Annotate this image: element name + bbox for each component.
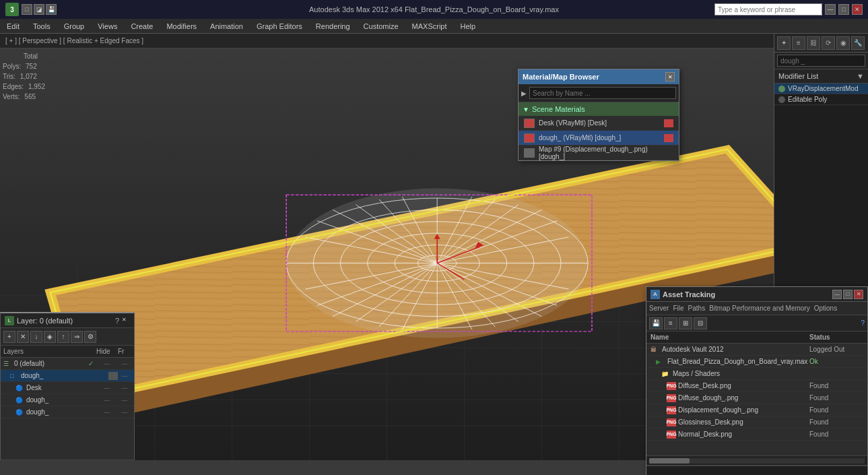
layers-column-header: Layers Hide Fr	[1, 346, 134, 358]
asset-status-0: Logged Out	[809, 346, 863, 353]
asset-status-3: Found	[809, 382, 863, 389]
material-scene-header[interactable]: ▼ Scene Materials	[519, 102, 679, 116]
menu-modifiers[interactable]: Modifiers	[160, 21, 203, 32]
minimize-button[interactable]: —	[825, 4, 836, 15]
hierarchy-panel-btn[interactable]: ⛓	[807, 36, 820, 50]
asset-row-0[interactable]: 🏛 Autodesk Vault 2012 Logged Out	[646, 344, 867, 356]
layer-row-4[interactable]: 🔵 dough_ — —	[1, 406, 134, 418]
menu-views[interactable]: Views	[91, 21, 124, 32]
asset-row-4[interactable]: PNG Diffuse_dough_.png Found	[646, 392, 867, 404]
asset-menu-bitmap[interactable]: Bitmap Performance and Memory	[709, 305, 810, 312]
modifier-dropdown-icon[interactable]: ▼	[857, 72, 864, 80]
layer-hide-1	[108, 372, 118, 380]
menu-group[interactable]: Group	[57, 21, 92, 32]
modify-panel-btn[interactable]: ≡	[792, 36, 805, 50]
close-button[interactable]: ✕	[852, 4, 863, 15]
maximize-button[interactable]: □	[838, 4, 849, 15]
right-panel-toolbar: ✦ ≡ ⛓ ⟳ ◉ 🔧	[774, 34, 868, 53]
display-panel-btn[interactable]: ◉	[836, 36, 850, 50]
layer-row-0[interactable]: ☰ 0 (default) ✓ — —	[1, 358, 134, 370]
layer-row-2[interactable]: 🔵 Desk — —	[1, 382, 134, 394]
menu-create[interactable]: Create	[124, 21, 160, 32]
quick-btn-new[interactable]: □	[22, 4, 32, 15]
asset-tracking-icon: A	[650, 290, 660, 299]
layer-icon-3: 🔵	[15, 397, 25, 404]
create-panel-btn[interactable]: ✦	[777, 36, 791, 50]
layers-horizontal-scrollbar[interactable]	[1, 460, 134, 460]
menu-tools[interactable]: Tools	[26, 21, 57, 32]
asset-path-input[interactable]	[646, 466, 867, 475]
asset-tracking-minimize[interactable]: —	[832, 290, 842, 299]
quick-btn-save[interactable]: 💾	[46, 4, 57, 15]
menu-edit[interactable]: Edit	[0, 21, 26, 32]
layer-row-1[interactable]: □ dough_ —	[1, 370, 134, 382]
layer-row-3[interactable]: 🔵 dough_ — —	[1, 394, 134, 406]
menu-customize[interactable]: Customize	[357, 21, 405, 32]
asset-horizontal-scrollbar[interactable]	[646, 455, 867, 465]
asset-scroll-thumb[interactable]	[649, 458, 690, 464]
layer-check-0: ✓	[86, 360, 96, 367]
asset-save-button[interactable]: 💾	[649, 317, 663, 329]
modifier-item-1[interactable]: Editable Poly	[774, 94, 868, 105]
layer-hide-4: —	[96, 409, 118, 416]
layer-icon-0: ☰	[3, 360, 13, 367]
mat-item-0[interactable]: Desk (VRayMtl) [Desk]	[519, 116, 679, 131]
modifier-item-0[interactable]: VRayDisplacementMod	[774, 84, 868, 94]
modifier-search-section	[774, 53, 868, 69]
asset-tracking-window-controls: — □ ✕	[832, 290, 863, 299]
layers-close-button[interactable]: ✕	[122, 317, 130, 325]
menu-help[interactable]: Help	[454, 21, 483, 32]
layers-help[interactable]: ?	[115, 317, 119, 325]
quick-btn-open[interactable]: ◪	[34, 4, 44, 15]
layers-new-button[interactable]: +	[3, 331, 15, 343]
asset-menu-file[interactable]: File	[673, 305, 683, 312]
layer-name-0: 0 (default)	[14, 360, 86, 367]
asset-row-6[interactable]: PNG Glossiness_Desk.png Found	[646, 416, 867, 429]
mat-item-1[interactable]: dough_ (VRayMtl) [dough_]	[519, 131, 679, 146]
motion-panel-btn[interactable]: ⟳	[822, 36, 835, 50]
asset-list-button[interactable]: ≡	[664, 317, 677, 329]
menu-graph-editors[interactable]: Graph Editors	[250, 21, 309, 32]
asset-menu-paths[interactable]: Paths	[688, 305, 706, 312]
utilities-panel-btn[interactable]: 🔧	[851, 36, 865, 50]
modifier-dot-0	[778, 86, 785, 92]
asset-tracking-close[interactable]: ✕	[854, 290, 863, 299]
asset-menu-options[interactable]: Options	[814, 305, 837, 312]
asset-status-5: Found	[809, 406, 863, 414]
mat-item-2[interactable]: Map #9 (Displacement_dough_.png) [dough_…	[519, 146, 679, 160]
menu-maxscript[interactable]: MAXScript	[405, 21, 454, 32]
title-search-input[interactable]	[714, 3, 822, 15]
stats-edges: Edges: 1,952	[3, 82, 45, 92]
layers-col-name: Layers	[3, 348, 96, 355]
mat-color-1	[524, 133, 535, 143]
layers-delete-button[interactable]: ✕	[17, 331, 29, 343]
asset-status-1: Ok	[809, 358, 863, 365]
layers-select-button[interactable]: ◈	[44, 331, 56, 343]
layers-header: L Layer: 0 (default) ? ✕	[1, 313, 134, 328]
stats-total: Total	[16, 51, 45, 61]
asset-grid-button[interactable]: ⊞	[679, 317, 692, 329]
asset-row-3[interactable]: PNG Diffuse_Desk.png Found	[646, 380, 867, 392]
layers-merge-button[interactable]: ⇒	[71, 331, 83, 343]
asset-list: 🏛 Autodesk Vault 2012 Logged Out ▶ Flat_…	[646, 344, 867, 455]
menu-animation[interactable]: Animation	[203, 21, 250, 32]
material-search-input[interactable]	[529, 87, 676, 99]
asset-tracking-maximize[interactable]: □	[843, 290, 853, 299]
asset-row-5[interactable]: PNG Displacement_dough_.png Found	[646, 404, 867, 416]
layer-name-1: dough_	[21, 372, 98, 379]
menu-rendering[interactable]: Rendering	[309, 21, 357, 32]
asset-row-2[interactable]: 📁 Maps / Shaders	[646, 368, 867, 380]
layers-move-button[interactable]: ↑	[57, 331, 69, 343]
asset-detail-button[interactable]: ⊟	[694, 317, 707, 329]
window-controls: — □ ✕	[825, 4, 863, 15]
mat-browser-close[interactable]: ✕	[665, 72, 675, 82]
asset-row-7[interactable]: PNG Normal_Desk.png Found	[646, 429, 867, 441]
layers-props-button[interactable]: ⚙	[84, 331, 96, 343]
layers-add-button[interactable]: ↓	[30, 331, 42, 343]
material-browser-title: Material/Map Browser	[523, 73, 599, 81]
asset-help-icon[interactable]: ?	[861, 319, 865, 327]
asset-row-1[interactable]: ▶ Flat_Bread_Pizza_Dough_on_Board_vray.m…	[646, 356, 867, 368]
modifier-search-input[interactable]	[777, 55, 865, 67]
asset-menu-server[interactable]: Server	[649, 305, 669, 312]
asset-icon-1: ▶	[656, 358, 665, 365]
